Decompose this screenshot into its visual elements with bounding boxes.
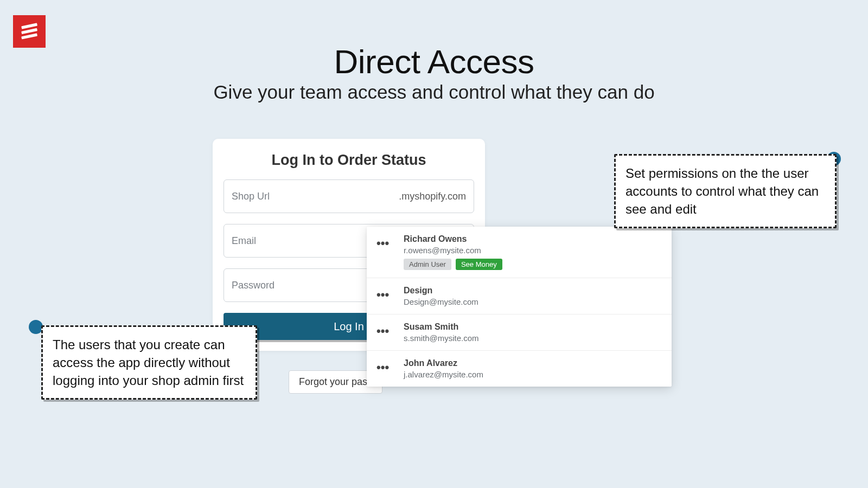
more-icon[interactable]: ••• [376,289,393,301]
password-placeholder: Password [232,280,275,291]
more-icon[interactable]: ••• [376,325,393,337]
user-email: j.alvarez@mysite.com [404,370,661,379]
user-row: ••• Design Design@mysite.com [367,278,672,314]
login-title: Log In to Order Status [224,152,474,169]
user-list-panel: ••• Richard Owens r.owens@mysite.com Adm… [367,227,672,387]
user-name: Richard Owens [404,234,661,244]
user-row: ••• John Alvarez j.alvarez@mysite.com [367,351,672,387]
badge-admin-user: Admin User [404,259,451,270]
user-row: ••• Susam Smith s.smith@mysite.com [367,314,672,351]
more-icon[interactable]: ••• [376,362,393,374]
logo-icon [18,20,41,43]
user-name: Susam Smith [404,322,661,332]
user-email: s.smith@mysite.com [404,333,661,343]
badge-see-money: See Money [456,259,502,270]
email-placeholder: Email [232,235,256,247]
callout-permissions: Set permissions on the the user accounts… [614,154,837,228]
user-name: Design [404,286,661,296]
user-email: r.owens@mysite.com [404,246,661,255]
user-name: John Alvarez [404,358,661,368]
svg-rect-0 [21,23,37,29]
shop-url-placeholder: Shop Url [232,191,270,202]
callout-direct-access: The users that you create can access the… [41,325,257,400]
page-subtitle: Give your team access and control what t… [0,81,868,103]
user-row: ••• Richard Owens r.owens@mysite.com Adm… [367,227,672,278]
user-email: Design@mysite.com [404,297,661,306]
more-icon[interactable]: ••• [376,237,393,249]
page-title: Direct Access [0,42,868,81]
svg-rect-1 [21,28,37,34]
shop-url-suffix: .myshopify.com [399,191,466,202]
svg-rect-2 [21,33,37,39]
shop-url-input[interactable]: Shop Url .myshopify.com [224,179,474,213]
